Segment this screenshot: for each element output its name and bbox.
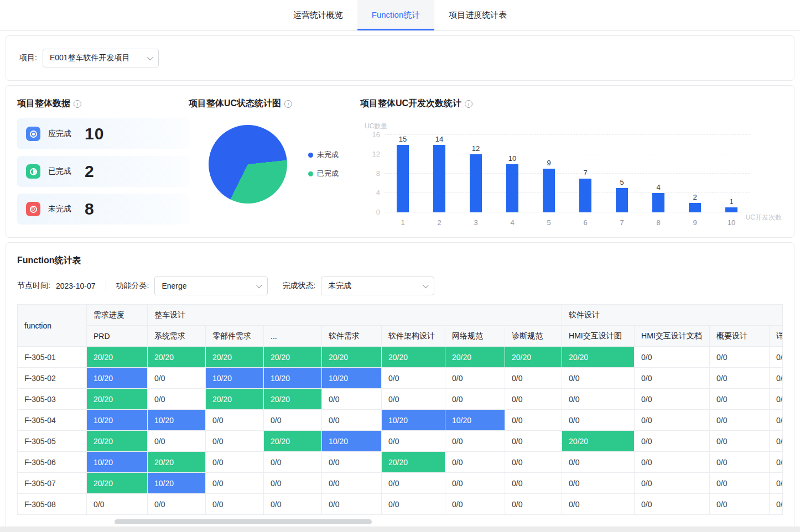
table-cell: 0/0 xyxy=(206,410,264,431)
stat-label: 应完成 xyxy=(48,129,85,139)
overall-data-title: 项目整体数据 xyxy=(17,98,70,109)
table-cell: 20/20 xyxy=(87,389,148,410)
table-cell: 0/0 xyxy=(322,389,382,410)
bar xyxy=(579,179,591,212)
function-id-cell: F-305-04 xyxy=(18,410,87,431)
chevron-down-icon xyxy=(423,282,429,288)
table-cell: 20/20 xyxy=(206,347,264,368)
y-tick-label: 12 xyxy=(365,150,380,158)
table-cell: 0/0 xyxy=(562,494,635,515)
table-cell: 20/20 xyxy=(148,347,206,368)
function-id-cell: F-305-05 xyxy=(18,431,87,452)
top-tab-bar: 运营统计概览Function统计项目进度统计表 xyxy=(0,0,800,31)
table-cell: 0/0 xyxy=(770,347,783,368)
table-cell: 0/0 xyxy=(770,494,783,515)
pie-legend: 未完成已完成 xyxy=(308,150,339,179)
overall-data-title-row: 项目整体数据 i xyxy=(17,98,189,109)
function-id-cell: F-305-07 xyxy=(18,473,87,494)
bar-chart-plot: UC数量 UC开发次数 0481216151142123104957657482… xyxy=(385,135,750,212)
table-cell: 0/0 xyxy=(635,368,710,389)
table-cell: 0/0 xyxy=(206,431,264,452)
table-cell: 0/0 xyxy=(710,347,770,368)
chevron-down-icon xyxy=(147,54,153,60)
uc-dev-count-bar-section: 项目整体UC开发次数统计 i UC数量 UC开发次数 0481216151142… xyxy=(360,98,783,227)
pie-chart-area: 未完成已完成 xyxy=(189,125,360,204)
bar-value-label: 2 xyxy=(693,193,697,201)
table-cell: 0/0 xyxy=(322,473,382,494)
bar-value-label: 7 xyxy=(583,169,587,177)
col-group-header: 软件设计 xyxy=(562,305,783,326)
table-cell: 20/20 xyxy=(264,347,322,368)
table-cell: 0/0 xyxy=(635,389,710,410)
col-header: 软件架构设计 xyxy=(382,326,445,347)
table-cell: 10/20 xyxy=(445,410,505,431)
table-cell: 0/0 xyxy=(445,494,505,515)
col-header-function: function xyxy=(18,305,87,347)
table-row: F-305-0320/200/020/2020/200/00/00/00/00/… xyxy=(18,389,783,410)
table-cell: 10/20 xyxy=(206,368,264,389)
table-cell: 0/0 xyxy=(264,410,322,431)
tab-Function统计[interactable]: Function统计 xyxy=(357,0,435,30)
bar-chart-title: 项目整体UC开发次数统计 xyxy=(360,98,461,109)
info-icon[interactable]: i xyxy=(465,100,472,108)
bar-series: 1511421231049576574829110 xyxy=(385,135,750,212)
table-cell: 0/0 xyxy=(148,368,206,389)
table-cell: 0/0 xyxy=(264,494,322,515)
col-header: HMI交互设计文档 xyxy=(635,326,710,347)
category-select[interactable]: Energe xyxy=(154,277,268,295)
x-tick-label: 4 xyxy=(510,218,514,227)
table-cell: 0/0 xyxy=(770,473,783,494)
bar-slot: 151 xyxy=(385,135,421,212)
table-cell: 0/0 xyxy=(445,368,505,389)
table-cell: 0/0 xyxy=(148,431,206,452)
tab-运营统计概览[interactable]: 运营统计概览 xyxy=(279,0,357,30)
col-header: 诊断规范 xyxy=(505,326,562,347)
stat-label: 未完成 xyxy=(48,204,85,214)
y-tick-label: 0 xyxy=(365,208,380,216)
function-id-cell: F-305-08 xyxy=(18,494,87,515)
function-table-title: Function统计表 xyxy=(17,255,81,267)
info-icon[interactable]: i xyxy=(284,100,292,108)
info-icon[interactable]: i xyxy=(74,100,81,108)
bar-value-label: 5 xyxy=(620,178,624,186)
table-cell: 0/0 xyxy=(264,473,322,494)
function-id-cell: F-305-03 xyxy=(18,389,87,410)
stat-label: 已完成 xyxy=(48,166,85,176)
table-cell: 20/20 xyxy=(206,389,264,410)
table-row: F-305-0210/200/010/2010/2010/200/00/00/0… xyxy=(18,368,783,389)
uc-status-pie-section: 项目整体UC状态统计图 i 未完成已完成 xyxy=(189,98,360,227)
table-cell: 0/0 xyxy=(87,494,148,515)
table-cell: 0/0 xyxy=(635,431,710,452)
table-cell: 0/0 xyxy=(635,410,710,431)
table-cell: 0/0 xyxy=(770,431,783,452)
table-cell: 0/0 xyxy=(562,410,635,431)
table-cell: 0/0 xyxy=(770,452,783,473)
legend-label: 未完成 xyxy=(317,150,339,160)
tab-项目进度统计表[interactable]: 项目进度统计表 xyxy=(434,0,521,30)
table-cell: 0/0 xyxy=(322,494,382,515)
table-h-scrollbar-track[interactable] xyxy=(19,519,781,525)
x-tick-label: 5 xyxy=(547,218,550,227)
table-cell: 0/0 xyxy=(710,389,770,410)
node-time-value: 2023-10-07 xyxy=(56,281,96,290)
table-cell: 20/20 xyxy=(505,347,562,368)
table-cell: 10/20 xyxy=(87,410,148,431)
stat-value: 2 xyxy=(85,162,95,181)
table-cell: 0/0 xyxy=(382,368,445,389)
bar xyxy=(506,164,518,213)
bar-slot: 123 xyxy=(458,135,494,212)
pie-chart xyxy=(209,125,287,204)
table-row: F-305-0120/2020/2020/2020/2020/2020/2020… xyxy=(18,347,783,368)
bar xyxy=(725,207,737,212)
table-row: F-305-0610/2020/200/00/00/020/200/00/00/… xyxy=(18,452,783,473)
page-h-scrollbar[interactable] xyxy=(0,526,800,532)
table-cell: 10/20 xyxy=(322,368,382,389)
table-h-scrollbar-thumb[interactable] xyxy=(115,519,372,524)
status-select[interactable]: 未完成 xyxy=(321,277,434,295)
table-cell: 0/0 xyxy=(322,410,382,431)
function-table-wrap: function需求进度整车设计软件设计PRD系统需求零部件需求...软件需求软… xyxy=(17,304,783,515)
project-select[interactable]: E001整车软件开发项目 xyxy=(43,49,159,67)
stat-card: 未完成8 xyxy=(17,194,189,225)
col-header: 软件需求 xyxy=(322,326,382,347)
pie-legend-item: 未完成 xyxy=(308,150,339,160)
